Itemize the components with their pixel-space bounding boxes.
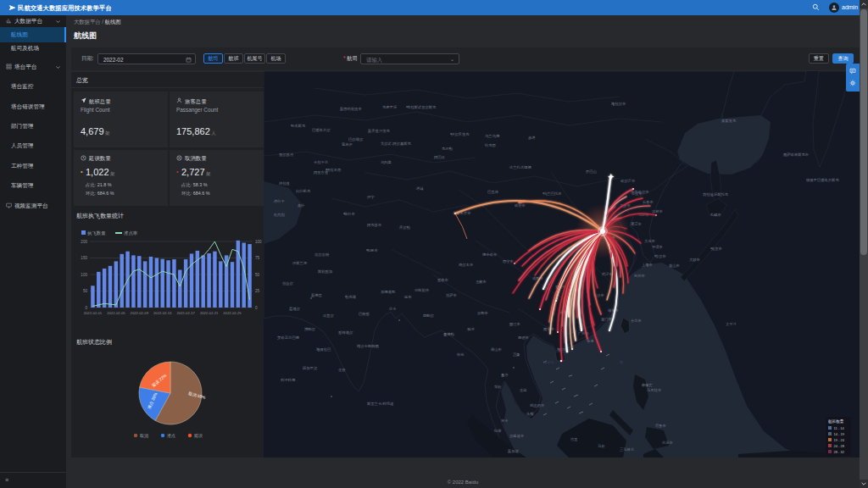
svg-text:南宁市: 南宁市 (543, 327, 555, 331)
svg-text:达卡: 达卡 (388, 307, 397, 311)
svg-text:台北市: 台北市 (631, 319, 643, 323)
svg-text:勒克瑙: 勒克瑙 (345, 295, 357, 299)
svg-text:50: 50 (83, 289, 88, 293)
svg-text:杭州市: 杭州市 (634, 274, 646, 278)
svg-text:恰克图: 恰克图 (484, 143, 496, 147)
svg-text:新加坡: 新加坡 (508, 449, 520, 453)
svg-text:吉林市: 吉林市 (652, 209, 664, 214)
svg-text:2022-02-01: 2022-02-01 (84, 311, 103, 315)
svg-text:0: 0 (255, 306, 258, 310)
svg-text:伊斯兰堡: 伊斯兰堡 (292, 261, 308, 265)
svg-text:新库兹涅茨克: 新库兹涅茨克 (368, 129, 390, 133)
svg-text:25: 25 (255, 289, 260, 293)
svg-text:日喀则市: 日喀则市 (415, 288, 430, 292)
svg-text:28 - 32: 28 - 32 (834, 450, 845, 454)
svg-text:艾哈迈达巴德: 艾哈迈达巴德 (277, 336, 299, 340)
svg-text:达沃市: 达沃市 (661, 441, 674, 445)
svg-text:11 - 14: 11 - 14 (834, 426, 845, 430)
svg-text:怡保: 怡保 (493, 429, 502, 433)
svg-text:三马林达: 三马林达 (620, 447, 634, 452)
svg-text:2022-02-09: 2022-02-09 (131, 311, 149, 315)
svg-text:格尔木市: 格尔木市 (459, 263, 474, 267)
svg-text:加德满都: 加德满都 (381, 290, 396, 294)
svg-text:塔拉兹: 塔拉兹 (278, 181, 291, 186)
svg-text:釜山市: 釜山市 (669, 263, 681, 268)
svg-text:取消: 取消 (140, 433, 148, 439)
svg-text:东京市: 东京市 (711, 247, 723, 251)
svg-text:100: 100 (255, 240, 262, 244)
svg-text:喀什市: 喀什市 (344, 212, 356, 216)
svg-text:班加罗尔: 班加罗尔 (303, 366, 318, 370)
svg-text:塔城: 塔城 (415, 186, 424, 191)
svg-text:24 - 28: 24 - 28 (834, 444, 845, 448)
svg-text:2022-02-05: 2022-02-05 (107, 311, 125, 315)
svg-text:坎普尔: 坎普尔 (322, 313, 335, 318)
svg-text:准点: 准点 (167, 433, 175, 438)
svg-text:古晋: 古晋 (570, 437, 578, 441)
svg-text:德令哈市: 德令哈市 (482, 252, 498, 257)
svg-text:100: 100 (81, 273, 87, 277)
svg-text:西宁市: 西宁市 (503, 259, 515, 263)
svg-text:玉树市: 玉树市 (476, 280, 487, 284)
svg-text:哈密市: 哈密市 (515, 203, 526, 208)
svg-text:博帕尔: 博帕尔 (304, 327, 316, 331)
svg-text:乌兰乌德: 乌兰乌德 (485, 134, 500, 138)
svg-text:克拉斯诺亚尔斯克: 克拉斯诺亚尔斯克 (407, 105, 437, 109)
svg-text:库尔勒: 库尔勒 (399, 225, 411, 230)
svg-text:拉合尔: 拉合尔 (282, 281, 294, 286)
svg-text:新西伯利亚市: 新西伯利亚市 (340, 107, 362, 111)
svg-text:19 - 24: 19 - 24 (834, 438, 845, 442)
svg-text:长春市: 长春市 (643, 200, 654, 204)
svg-text:华欣: 华欣 (494, 385, 502, 389)
svg-text:金边: 金边 (520, 388, 527, 392)
svg-text:大阪市: 大阪市 (689, 258, 701, 262)
svg-text:努尔苏丹: 努尔苏丹 (279, 152, 294, 157)
svg-text:塞米伊: 塞米伊 (342, 142, 353, 147)
svg-text:马尼拉市: 马尼拉市 (647, 388, 662, 392)
svg-text:平壤市: 平壤市 (652, 245, 664, 249)
svg-text:保山市: 保山市 (491, 347, 503, 352)
svg-text:乌兰巴托市: 乌兰巴托市 (543, 191, 562, 196)
svg-text:哈尔滨市: 哈尔滨市 (620, 179, 636, 183)
svg-text:马辰: 马辰 (598, 444, 605, 448)
svg-text:武汉市: 武汉市 (602, 272, 614, 276)
svg-text:头顿: 头顿 (526, 412, 534, 416)
svg-text:乌列盖: 乌列盖 (381, 160, 392, 164)
svg-text:达兰扎达嘎德: 达兰扎达嘎德 (509, 165, 531, 169)
svg-text:北京市: 北京市 (632, 191, 643, 196)
svg-text:科泽科德: 科泽科德 (281, 378, 296, 382)
svg-text:伊宁: 伊宁 (367, 195, 375, 199)
svg-text:克麦罗沃: 克麦罗沃 (382, 105, 398, 109)
svg-text:奥霍茨克: 奥霍茨克 (721, 119, 737, 123)
svg-text:延误: 延误 (193, 433, 203, 438)
svg-text:斯里兰卡/科伦坡: 斯里兰卡/科伦坡 (367, 402, 394, 406)
svg-text:0: 0 (85, 306, 87, 310)
svg-text:150: 150 (81, 256, 87, 260)
svg-text:南萨哈林斯克市: 南萨哈林斯克市 (783, 152, 810, 157)
svg-text:鄂木斯克: 鄂木斯克 (291, 124, 306, 128)
svg-text:宿务市: 宿务市 (655, 424, 667, 428)
svg-text:2022-02-25: 2022-02-25 (223, 311, 242, 315)
svg-text:福州市: 福州市 (607, 308, 620, 313)
svg-text:通辽市: 通辽市 (630, 221, 643, 226)
svg-text:巴里坤: 巴里坤 (487, 190, 498, 194)
svg-text:胡志明市: 胡志明市 (530, 403, 545, 408)
svg-text:因帕尔: 因帕尔 (423, 313, 435, 318)
svg-text:菲律宾: 菲律宾 (642, 383, 653, 387)
svg-text:成都市: 成都市 (532, 276, 544, 280)
svg-text:万象: 万象 (513, 352, 520, 357)
svg-text:巴尔瑙尔: 巴尔瑙尔 (348, 137, 364, 141)
svg-text:腾冲: 腾冲 (467, 327, 475, 331)
svg-text:符拉迪沃斯托克: 符拉迪沃斯托克 (703, 192, 729, 197)
svg-text:克孜勒: 克孜勒 (442, 147, 453, 151)
svg-text:2022-02-21: 2022-02-21 (200, 311, 219, 315)
svg-text:广州市: 广州市 (578, 331, 590, 336)
svg-text:比什凯克: 比什凯克 (296, 189, 311, 193)
svg-text:75: 75 (255, 256, 260, 260)
svg-text:奥什: 奥什 (298, 203, 305, 208)
svg-text:50: 50 (255, 273, 260, 277)
svg-text:太平洋: 太平洋 (726, 322, 737, 326)
svg-text:首尔市: 首尔市 (654, 254, 667, 258)
svg-text:2022-02-13: 2022-02-13 (153, 311, 172, 315)
svg-text:仰光: 仰光 (456, 352, 465, 357)
